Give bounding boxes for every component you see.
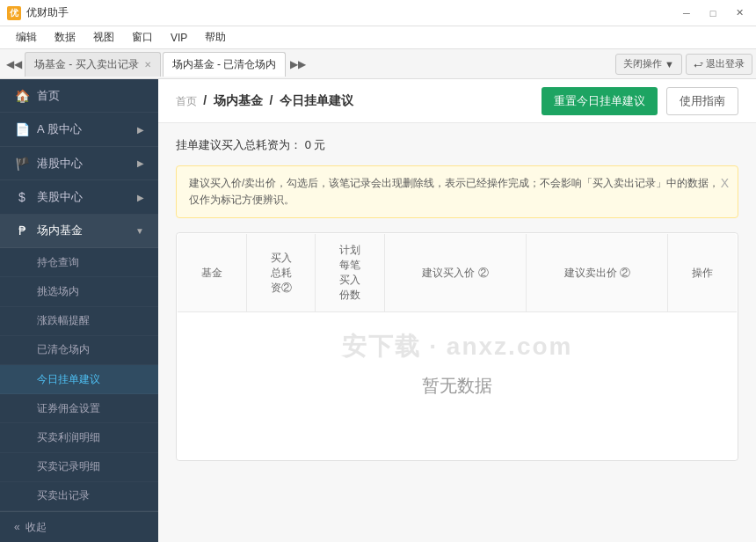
col-header-plan-shares: 计划 每笔 买入 份数	[316, 234, 385, 312]
sidebar-sub-item-records[interactable]: 买卖记录明细	[0, 453, 158, 482]
notice-close-button[interactable]: X	[721, 173, 729, 193]
chevron-down-icon: ▼	[665, 59, 674, 70]
menu-item-窗口[interactable]: 窗口	[123, 27, 162, 48]
chevron-down-icon: ▼	[135, 226, 144, 236]
sidebar-label-hk-stock: 港股中心	[37, 156, 130, 172]
reset-orders-button[interactable]: 重置今日挂单建议	[542, 87, 658, 115]
sidebar-item-a-stock[interactable]: 📄A 股中心▶	[0, 113, 158, 146]
sidebar-sub-item-select[interactable]: 挑选场内	[0, 277, 158, 306]
content-header: 首页 / 场内基金 / 今日挂单建议 重置今日挂单建议 使用指南	[158, 79, 756, 123]
page-title: 今日挂单建议	[280, 93, 353, 107]
empty-state: 暂无数据	[178, 312, 738, 460]
chevron-right-icon: ▶	[137, 193, 144, 202]
window-controls: ─ □ ✕	[677, 4, 749, 23]
logout-icon: ⮐	[694, 59, 703, 70]
data-table-wrapper: 基金买入 总耗 资②计划 每笔 买入 份数建议买入价 ②建议卖出价 ②操作 暂无…	[176, 232, 738, 461]
tab-action-buttons: 关闭操作 ▼ ⮐ 退出登录	[615, 54, 752, 75]
tab-next-button[interactable]: ▶▶	[287, 53, 309, 76]
tab-label: 场基金 - 买入卖出记录	[34, 57, 139, 72]
orders-table: 基金买入 总耗 资②计划 每笔 买入 份数建议买入价 ②建议卖出价 ②操作 暂无…	[177, 233, 738, 460]
col-header-fund: 基金	[178, 234, 247, 312]
table-header: 基金买入 总耗 资②计划 每笔 买入 份数建议买入价 ②建议卖出价 ②操作	[178, 234, 738, 312]
info-unit: 元	[314, 138, 325, 151]
sidebar-icon-us-stock: $	[14, 190, 30, 204]
tab-close-icon[interactable]: ✕	[144, 60, 151, 70]
sidebar-sub-item-cleared[interactable]: 已清仓场内	[0, 336, 158, 365]
table-empty-row: 暂无数据	[178, 312, 738, 460]
sidebar-sub-item-alert[interactable]: 涨跌幅提醒	[0, 307, 158, 336]
sidebar-icon-etf: ₱	[14, 223, 30, 238]
breadcrumb-section: 场内基金	[214, 93, 263, 107]
col-header-suggest-sell: 建议卖出价 ②	[527, 234, 668, 312]
sidebar-label-us-stock: 美股中心	[37, 189, 130, 205]
tab-cleared-etf[interactable]: 场内基金 - 已清仓场内	[163, 52, 287, 77]
empty-text: 暂无数据	[422, 376, 492, 395]
close-action-button[interactable]: 关闭操作 ▼	[615, 54, 682, 75]
menu-item-数据[interactable]: 数据	[46, 27, 84, 48]
tab-prev-button[interactable]: ◀◀	[4, 53, 25, 76]
sidebar-sub-item-hold[interactable]: 持仓查询	[0, 248, 158, 277]
sidebar-icon-home: 🏠	[14, 89, 30, 103]
close-button[interactable]: ✕	[730, 4, 749, 23]
info-row: 挂单建议买入总耗资为： 0 元	[176, 137, 738, 153]
chevron-right-icon: ▶	[137, 125, 144, 135]
app-icon: 优	[7, 6, 21, 20]
tabbar: ◀◀ 场基金 - 买入卖出记录 ✕ 场内基金 - 已清仓场内 ▶▶ 关闭操作 ▼…	[0, 49, 756, 79]
sidebar-collapse-button[interactable]: « 收起	[0, 511, 158, 542]
menu-item-帮助[interactable]: 帮助	[196, 27, 235, 48]
tab-label: 场内基金 - 已清仓场内	[172, 57, 277, 72]
maximize-button[interactable]: □	[703, 4, 723, 23]
titlebar: 优 优财助手 ─ □ ✕	[0, 0, 756, 26]
chevron-right-icon: ▶	[137, 158, 144, 168]
sidebar-item-hk-stock[interactable]: 🏴港股中心▶	[0, 147, 158, 180]
table-header-row: 基金买入 总耗 资②计划 每笔 买入 份数建议买入价 ②建议卖出价 ②操作	[178, 234, 738, 312]
breadcrumb-home[interactable]: 首页	[176, 95, 197, 107]
notice-text: 建议买入价/卖出价，勾选后，该笔记录会出现删除线，表示已经操作完成；不会影响「买…	[189, 177, 719, 206]
sidebar-label-a-stock: A 股中心	[37, 121, 130, 137]
collapse-icon: «	[14, 521, 20, 533]
col-header-buy-total: 买入 总耗 资②	[246, 234, 316, 312]
content-body: 挂单建议买入总耗资为： 0 元 建议买入价/卖出价，勾选后，该笔记录会出现删除线…	[158, 123, 756, 542]
breadcrumb: 首页 / 场内基金 / 今日挂单建议	[176, 93, 533, 109]
app-title: 优财助手	[26, 5, 677, 20]
col-header-suggest-buy: 建议买入价 ②	[385, 234, 527, 312]
collapse-label: 收起	[25, 520, 47, 535]
col-header-action: 操作	[668, 234, 738, 312]
sidebar-sub-item-profit[interactable]: 买卖利润明细	[0, 423, 158, 452]
menu-item-视图[interactable]: 视图	[84, 27, 123, 48]
info-label: 挂单建议买入总耗资为：	[176, 138, 302, 151]
menu-item-VIP[interactable]: VIP	[162, 29, 196, 47]
main-layout: 🏠首页📄A 股中心▶🏴港股中心▶$美股中心▶₱场内基金▼持仓查询挑选场内涨跌幅提…	[0, 79, 756, 542]
menu-item-编辑[interactable]: 编辑	[7, 27, 46, 48]
sidebar-sub-item-today-order[interactable]: 今日挂单建议	[0, 365, 158, 394]
sidebar-label-etf: 场内基金	[37, 223, 128, 238]
content-area: 首页 / 场内基金 / 今日挂单建议 重置今日挂单建议 使用指南 挂单建议买入总…	[158, 79, 756, 542]
table-body: 暂无数据	[178, 312, 738, 460]
sidebar-item-etf[interactable]: ₱场内基金▼	[0, 215, 158, 248]
sidebar-sub-item-fee[interactable]: 证券佣金设置	[0, 394, 158, 423]
sidebar: 🏠首页📄A 股中心▶🏴港股中心▶$美股中心▶₱场内基金▼持仓查询挑选场内涨跌幅提…	[0, 79, 158, 542]
tab-buy-sell-records[interactable]: 场基金 - 买入卖出记录 ✕	[25, 52, 161, 77]
guide-button[interactable]: 使用指南	[666, 87, 738, 115]
logout-button[interactable]: ⮐ 退出登录	[686, 54, 752, 75]
minimize-button[interactable]: ─	[677, 4, 696, 23]
sidebar-label-home: 首页	[37, 88, 144, 104]
notice-box: 建议买入价/卖出价，勾选后，该笔记录会出现删除线，表示已经操作完成；不会影响「买…	[176, 165, 738, 218]
info-value: 0	[305, 138, 311, 151]
sidebar-item-us-stock[interactable]: $美股中心▶	[0, 180, 158, 214]
sidebar-sub-item-more[interactable]: 买卖出记录	[0, 482, 158, 511]
sidebar-icon-hk-stock: 🏴	[14, 157, 30, 171]
menubar: 编辑数据视图窗口VIP帮助	[0, 26, 756, 49]
sidebar-icon-a-stock: 📄	[14, 122, 30, 136]
sidebar-item-home[interactable]: 🏠首页	[0, 79, 158, 113]
